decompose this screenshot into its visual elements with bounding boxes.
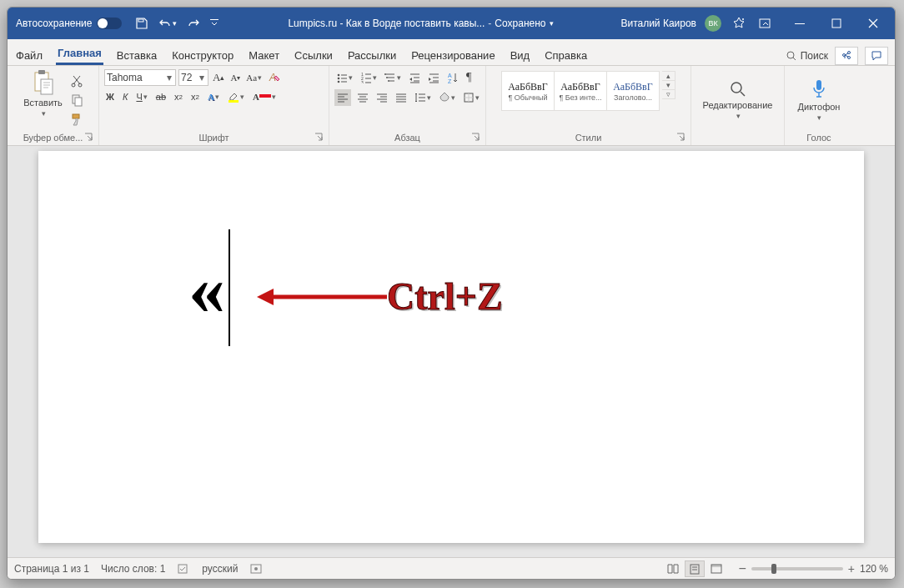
tab-review[interactable]: Рецензирование [409, 44, 496, 65]
italic-button[interactable]: К [121, 90, 129, 103]
print-layout-icon[interactable] [685, 560, 705, 577]
page-status[interactable]: Страница 1 из 1 [14, 563, 89, 575]
show-hide-icon[interactable]: ¶ [465, 69, 473, 86]
tab-view[interactable]: Вид [509, 44, 532, 65]
svg-text:Z: Z [448, 78, 452, 83]
paragraph-label: Абзац [394, 133, 420, 143]
svg-point-29 [388, 80, 389, 82]
justify-icon[interactable] [394, 90, 409, 105]
cut-icon[interactable] [68, 73, 85, 89]
ribbon-tabs: Файл Главная Вставка Конструктор Макет С… [8, 39, 895, 66]
svg-rect-42 [711, 565, 721, 567]
dictate-label: Диктофон [798, 102, 841, 112]
tab-layout[interactable]: Макет [247, 44, 281, 65]
tab-references[interactable]: Ссылки [293, 44, 334, 65]
font-name-combo[interactable]: Tahoma▾ [104, 69, 176, 86]
svg-point-27 [384, 73, 386, 75]
dialog-launcher-icon[interactable] [314, 132, 324, 142]
search-label: Поиск [801, 50, 828, 62]
multilevel-icon[interactable]: ▾ [383, 70, 403, 85]
ribbon-display-icon[interactable] [756, 15, 773, 32]
text-effects-icon[interactable]: A▾ [206, 90, 221, 103]
zoom-in-button[interactable]: + [848, 562, 855, 575]
document-page[interactable]: « Ctrl+Z [38, 151, 864, 543]
sort-icon[interactable]: AZ [445, 70, 460, 85]
format-painter-icon[interactable] [68, 111, 85, 128]
bullets-icon[interactable]: ▾ [334, 70, 354, 85]
grow-font-icon[interactable]: A▴ [211, 69, 226, 86]
arrow-left-icon [255, 280, 389, 314]
tab-design[interactable]: Конструктор [170, 44, 235, 65]
copy-icon[interactable] [68, 92, 85, 108]
language-status[interactable]: русский [202, 563, 238, 575]
zoom-level[interactable]: 120 % [860, 563, 888, 575]
voice-label: Голос [806, 133, 831, 143]
share-button[interactable] [835, 47, 858, 65]
tab-insert[interactable]: Вставка [115, 44, 158, 65]
svg-rect-17 [73, 114, 79, 118]
minimize-button[interactable] [781, 8, 818, 39]
align-center-icon[interactable] [355, 90, 370, 105]
style-normal[interactable]: АаБбВвГ¶ Обычный [501, 71, 555, 111]
spellcheck-icon[interactable] [177, 562, 190, 575]
document-area[interactable]: « Ctrl+Z [8, 146, 895, 557]
borders-icon[interactable]: ▾ [461, 90, 481, 105]
line-spacing-icon[interactable]: ▾ [413, 90, 433, 105]
document-text: « [188, 253, 225, 326]
save-status[interactable]: Сохранено▾ [495, 18, 553, 29]
ribbon: Вставить ▾ Буфер обме... Tahoma▾ 72▾ A▴ … [8, 66, 895, 146]
clear-format-icon[interactable]: A [266, 69, 283, 86]
tab-help[interactable]: Справка [543, 44, 589, 65]
zoom-slider[interactable] [751, 567, 843, 570]
avatar[interactable]: ВК [705, 15, 721, 32]
dialog-launcher-icon[interactable] [470, 132, 480, 142]
shrink-font-icon[interactable]: A▾ [229, 71, 242, 84]
underline-button[interactable]: Ч▾ [134, 90, 148, 103]
svg-rect-1 [210, 19, 218, 20]
macro-icon[interactable] [249, 562, 263, 575]
word-count[interactable]: Число слов: 1 [101, 563, 165, 575]
change-case-icon[interactable]: Aa▾ [244, 71, 264, 84]
align-right-icon[interactable] [374, 90, 389, 105]
dictate-button[interactable]: Диктофон ▾ [797, 78, 841, 122]
highlight-icon[interactable]: ▾ [226, 89, 246, 104]
strike-button[interactable]: ab [154, 90, 168, 103]
bold-button[interactable]: Ж [104, 90, 116, 103]
dialog-launcher-icon[interactable] [675, 132, 686, 142]
find-button[interactable]: Редактирование ▾ [696, 80, 779, 120]
web-layout-icon[interactable] [706, 560, 726, 577]
tab-home[interactable]: Главная [56, 42, 103, 65]
shading-icon[interactable]: ▾ [437, 90, 457, 105]
styles-gallery-scroll[interactable]: ▴▾▿ [662, 71, 675, 99]
tab-file[interactable]: Файл [14, 44, 44, 65]
comments-button[interactable] [865, 47, 888, 65]
group-paragraph: ▾ 123▾ ▾ AZ ¶ ▾ ▾ ▾ Абза [329, 66, 486, 145]
read-mode-icon[interactable] [663, 560, 683, 577]
numbering-icon[interactable]: 123▾ [359, 70, 379, 85]
coming-soon-icon[interactable] [730, 14, 748, 33]
toggle-switch-icon[interactable] [97, 18, 122, 29]
dialog-launcher-icon[interactable] [83, 132, 93, 142]
maximize-button[interactable] [818, 8, 855, 39]
paste-button[interactable]: Вставить ▾ [22, 69, 65, 118]
redo-icon[interactable] [185, 15, 202, 32]
autosave-toggle[interactable]: Автосохранение [16, 18, 122, 29]
qat-customize-icon[interactable] [208, 15, 220, 32]
tab-mail[interactable]: Рассылки [346, 44, 398, 65]
search-box[interactable]: Поиск [786, 50, 828, 62]
close-button[interactable] [855, 8, 891, 39]
superscript-button[interactable]: x2 [189, 90, 201, 103]
style-heading1[interactable]: АаБбВвГЗаголово... [606, 71, 660, 111]
decrease-indent-icon[interactable] [407, 70, 422, 85]
svg-rect-16 [75, 98, 82, 106]
font-size-combo[interactable]: 72▾ [178, 69, 208, 86]
save-icon[interactable] [133, 15, 150, 32]
zoom-out-button[interactable]: − [738, 561, 746, 576]
user-name[interactable]: Виталий Каиров [620, 18, 696, 29]
subscript-button[interactable]: x2 [173, 90, 184, 103]
font-color-icon[interactable]: A▾ [251, 90, 278, 103]
align-left-icon[interactable] [334, 89, 351, 106]
style-nospacing[interactable]: АаБбВвГ¶ Без инте... [554, 71, 607, 111]
undo-icon[interactable]: ▾ [157, 15, 178, 32]
increase-indent-icon[interactable] [426, 70, 441, 85]
